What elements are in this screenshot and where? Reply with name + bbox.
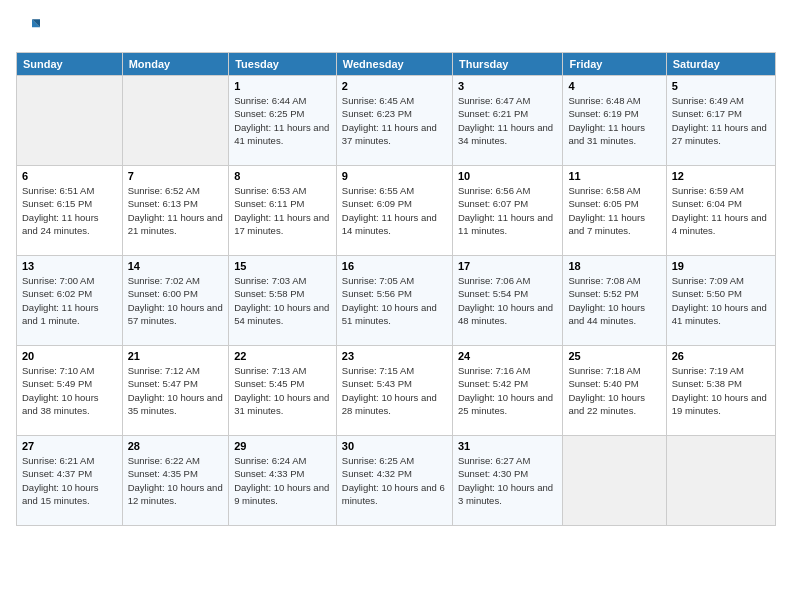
weekday-header: Tuesday [229,53,337,76]
day-detail: Sunrise: 7:16 AMSunset: 5:42 PMDaylight:… [458,364,557,417]
day-number: 5 [672,80,770,92]
calendar-cell: 1Sunrise: 6:44 AMSunset: 6:25 PMDaylight… [229,76,337,166]
day-detail: Sunrise: 6:27 AMSunset: 4:30 PMDaylight:… [458,454,557,507]
weekday-header: Saturday [666,53,775,76]
calendar-cell: 16Sunrise: 7:05 AMSunset: 5:56 PMDayligh… [336,256,452,346]
day-number: 18 [568,260,660,272]
calendar-cell: 7Sunrise: 6:52 AMSunset: 6:13 PMDaylight… [122,166,229,256]
calendar-cell: 15Sunrise: 7:03 AMSunset: 5:58 PMDayligh… [229,256,337,346]
day-number: 19 [672,260,770,272]
calendar-cell: 30Sunrise: 6:25 AMSunset: 4:32 PMDayligh… [336,436,452,526]
day-detail: Sunrise: 6:21 AMSunset: 4:37 PMDaylight:… [22,454,117,507]
calendar-week-row: 27Sunrise: 6:21 AMSunset: 4:37 PMDayligh… [17,436,776,526]
calendar-cell: 18Sunrise: 7:08 AMSunset: 5:52 PMDayligh… [563,256,666,346]
calendar-cell [563,436,666,526]
page-header [16,16,776,40]
calendar-cell: 22Sunrise: 7:13 AMSunset: 5:45 PMDayligh… [229,346,337,436]
day-detail: Sunrise: 6:24 AMSunset: 4:33 PMDaylight:… [234,454,331,507]
day-number: 4 [568,80,660,92]
day-detail: Sunrise: 7:00 AMSunset: 6:02 PMDaylight:… [22,274,117,327]
calendar-week-row: 6Sunrise: 6:51 AMSunset: 6:15 PMDaylight… [17,166,776,256]
day-number: 14 [128,260,224,272]
day-detail: Sunrise: 6:53 AMSunset: 6:11 PMDaylight:… [234,184,331,237]
day-detail: Sunrise: 6:44 AMSunset: 6:25 PMDaylight:… [234,94,331,147]
day-detail: Sunrise: 7:09 AMSunset: 5:50 PMDaylight:… [672,274,770,327]
calendar-cell: 25Sunrise: 7:18 AMSunset: 5:40 PMDayligh… [563,346,666,436]
day-number: 26 [672,350,770,362]
logo [16,16,44,40]
day-detail: Sunrise: 6:49 AMSunset: 6:17 PMDaylight:… [672,94,770,147]
day-detail: Sunrise: 6:22 AMSunset: 4:35 PMDaylight:… [128,454,224,507]
day-detail: Sunrise: 7:02 AMSunset: 6:00 PMDaylight:… [128,274,224,327]
day-detail: Sunrise: 6:52 AMSunset: 6:13 PMDaylight:… [128,184,224,237]
day-number: 25 [568,350,660,362]
day-number: 3 [458,80,557,92]
calendar-cell: 3Sunrise: 6:47 AMSunset: 6:21 PMDaylight… [452,76,562,166]
logo-icon [16,16,40,40]
day-detail: Sunrise: 7:18 AMSunset: 5:40 PMDaylight:… [568,364,660,417]
calendar-cell: 6Sunrise: 6:51 AMSunset: 6:15 PMDaylight… [17,166,123,256]
calendar-cell: 29Sunrise: 6:24 AMSunset: 4:33 PMDayligh… [229,436,337,526]
day-number: 21 [128,350,224,362]
day-number: 2 [342,80,447,92]
calendar-cell: 4Sunrise: 6:48 AMSunset: 6:19 PMDaylight… [563,76,666,166]
day-number: 23 [342,350,447,362]
calendar-cell [17,76,123,166]
calendar-cell: 26Sunrise: 7:19 AMSunset: 5:38 PMDayligh… [666,346,775,436]
day-number: 20 [22,350,117,362]
calendar-cell: 24Sunrise: 7:16 AMSunset: 5:42 PMDayligh… [452,346,562,436]
day-number: 16 [342,260,447,272]
calendar-table: SundayMondayTuesdayWednesdayThursdayFrid… [16,52,776,526]
calendar-cell: 21Sunrise: 7:12 AMSunset: 5:47 PMDayligh… [122,346,229,436]
day-number: 8 [234,170,331,182]
calendar-week-row: 13Sunrise: 7:00 AMSunset: 6:02 PMDayligh… [17,256,776,346]
calendar-cell: 17Sunrise: 7:06 AMSunset: 5:54 PMDayligh… [452,256,562,346]
calendar-cell: 10Sunrise: 6:56 AMSunset: 6:07 PMDayligh… [452,166,562,256]
day-detail: Sunrise: 7:13 AMSunset: 5:45 PMDaylight:… [234,364,331,417]
day-number: 28 [128,440,224,452]
day-detail: Sunrise: 6:56 AMSunset: 6:07 PMDaylight:… [458,184,557,237]
calendar-cell: 12Sunrise: 6:59 AMSunset: 6:04 PMDayligh… [666,166,775,256]
calendar-cell: 2Sunrise: 6:45 AMSunset: 6:23 PMDaylight… [336,76,452,166]
weekday-header: Friday [563,53,666,76]
day-detail: Sunrise: 7:05 AMSunset: 5:56 PMDaylight:… [342,274,447,327]
day-detail: Sunrise: 6:48 AMSunset: 6:19 PMDaylight:… [568,94,660,147]
day-number: 29 [234,440,331,452]
day-number: 7 [128,170,224,182]
day-detail: Sunrise: 6:59 AMSunset: 6:04 PMDaylight:… [672,184,770,237]
day-number: 10 [458,170,557,182]
day-number: 30 [342,440,447,452]
calendar-cell: 27Sunrise: 6:21 AMSunset: 4:37 PMDayligh… [17,436,123,526]
day-number: 17 [458,260,557,272]
weekday-header: Sunday [17,53,123,76]
day-detail: Sunrise: 7:06 AMSunset: 5:54 PMDaylight:… [458,274,557,327]
calendar-cell: 13Sunrise: 7:00 AMSunset: 6:02 PMDayligh… [17,256,123,346]
calendar-cell: 19Sunrise: 7:09 AMSunset: 5:50 PMDayligh… [666,256,775,346]
weekday-header: Wednesday [336,53,452,76]
calendar-cell: 14Sunrise: 7:02 AMSunset: 6:00 PMDayligh… [122,256,229,346]
calendar-cell: 9Sunrise: 6:55 AMSunset: 6:09 PMDaylight… [336,166,452,256]
day-number: 15 [234,260,331,272]
day-detail: Sunrise: 7:10 AMSunset: 5:49 PMDaylight:… [22,364,117,417]
day-detail: Sunrise: 6:58 AMSunset: 6:05 PMDaylight:… [568,184,660,237]
day-number: 1 [234,80,331,92]
day-detail: Sunrise: 7:08 AMSunset: 5:52 PMDaylight:… [568,274,660,327]
calendar-cell [122,76,229,166]
day-detail: Sunrise: 6:47 AMSunset: 6:21 PMDaylight:… [458,94,557,147]
calendar-cell [666,436,775,526]
day-number: 27 [22,440,117,452]
day-number: 6 [22,170,117,182]
calendar-cell: 11Sunrise: 6:58 AMSunset: 6:05 PMDayligh… [563,166,666,256]
day-number: 11 [568,170,660,182]
day-detail: Sunrise: 7:15 AMSunset: 5:43 PMDaylight:… [342,364,447,417]
day-number: 31 [458,440,557,452]
calendar-cell: 8Sunrise: 6:53 AMSunset: 6:11 PMDaylight… [229,166,337,256]
calendar-cell: 31Sunrise: 6:27 AMSunset: 4:30 PMDayligh… [452,436,562,526]
calendar-cell: 28Sunrise: 6:22 AMSunset: 4:35 PMDayligh… [122,436,229,526]
calendar-cell: 5Sunrise: 6:49 AMSunset: 6:17 PMDaylight… [666,76,775,166]
day-number: 24 [458,350,557,362]
day-number: 13 [22,260,117,272]
day-detail: Sunrise: 6:45 AMSunset: 6:23 PMDaylight:… [342,94,447,147]
day-detail: Sunrise: 6:25 AMSunset: 4:32 PMDaylight:… [342,454,447,507]
day-number: 12 [672,170,770,182]
